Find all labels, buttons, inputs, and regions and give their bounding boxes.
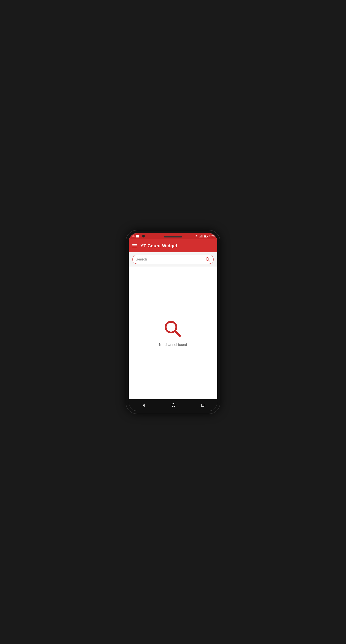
- svg-rect-20: [201, 404, 204, 406]
- status-right: 7:26: [195, 234, 215, 238]
- notification-dot: [132, 235, 135, 237]
- status-left: [132, 235, 139, 238]
- main-content: No channel found: [129, 252, 217, 399]
- phone-frame: 7:26 YT Count Widget: [126, 230, 220, 414]
- recents-button[interactable]: [199, 402, 207, 409]
- search-input[interactable]: [136, 258, 204, 262]
- svg-rect-5: [200, 236, 201, 238]
- search-box: [132, 255, 214, 264]
- recents-icon: [201, 403, 205, 407]
- hamburger-line-2: [132, 246, 137, 246]
- signal-icon: [199, 235, 203, 238]
- app-bar: YT Count Widget: [129, 239, 217, 252]
- phone-speaker: [164, 236, 182, 238]
- svg-rect-3: [138, 235, 138, 236]
- no-channel-message: No channel found: [159, 343, 187, 347]
- back-icon: [141, 403, 146, 408]
- search-container: [129, 252, 217, 266]
- back-button[interactable]: [139, 401, 148, 410]
- svg-rect-6: [201, 235, 202, 238]
- empty-state: No channel found: [129, 266, 217, 399]
- svg-line-13: [205, 235, 205, 237]
- battery-icon: [204, 235, 208, 238]
- status-time: 7:26: [209, 234, 215, 238]
- phone-camera: [142, 235, 145, 238]
- search-button[interactable]: [205, 257, 210, 262]
- sd-card-icon: [136, 235, 139, 238]
- svg-rect-2: [137, 235, 138, 236]
- wifi-icon: [195, 235, 198, 238]
- svg-line-15: [209, 260, 210, 261]
- no-result-search-icon: [163, 319, 183, 339]
- nav-bar: [129, 399, 217, 411]
- app-title: YT Count Widget: [140, 243, 177, 248]
- svg-rect-1: [137, 235, 137, 236]
- svg-rect-4: [199, 236, 200, 238]
- hamburger-menu-button[interactable]: [132, 244, 137, 247]
- home-button[interactable]: [169, 401, 177, 409]
- phone-screen: 7:26 YT Count Widget: [129, 233, 217, 411]
- hamburger-line-1: [132, 244, 137, 245]
- home-icon: [171, 403, 176, 408]
- svg-rect-12: [207, 236, 208, 236]
- search-icon: [205, 257, 210, 262]
- hamburger-line-3: [132, 247, 137, 247]
- svg-point-19: [172, 404, 175, 407]
- svg-marker-18: [143, 404, 144, 407]
- svg-line-17: [175, 331, 180, 336]
